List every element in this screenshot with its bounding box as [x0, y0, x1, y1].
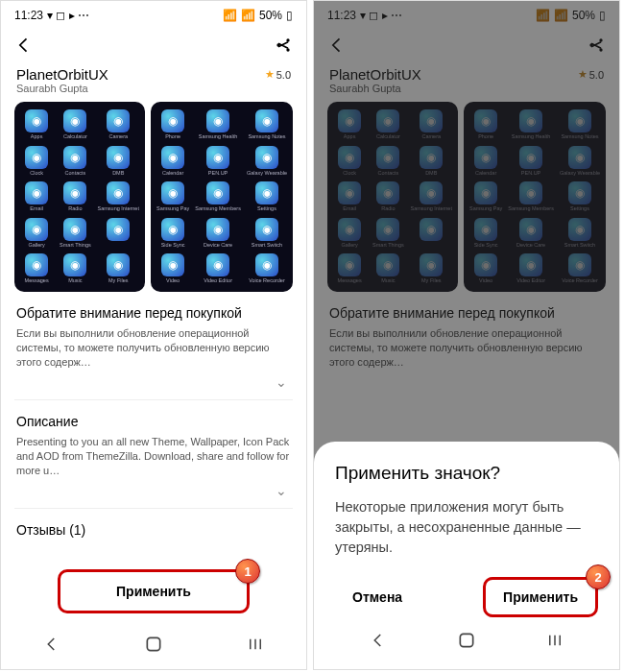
battery-text: 50% — [259, 9, 282, 22]
svg-point-1 — [276, 43, 279, 46]
app-icon: ◉Clock — [20, 146, 53, 177]
app-icon: ◉Radio — [59, 181, 91, 212]
chevron-down-icon[interactable]: ⌄ — [1, 479, 306, 502]
app-icon: ◉Samsung Internet — [98, 181, 139, 212]
rating: ★5.0 — [265, 68, 291, 81]
app-icon: ◉Galaxy Wearable — [247, 146, 287, 177]
app-icon: ◉Samsung Pay — [156, 181, 189, 212]
dialog-body: Некоторые приложения могут быть закрыты,… — [335, 497, 598, 558]
status-bar: 11:23 ▾ ◻ ▸ ⋯ 📶 📶 50% ▯ — [1, 1, 306, 26]
nav-back-icon[interactable] — [43, 636, 60, 657]
app-icon: ◉Camera — [98, 109, 139, 140]
nav-back-icon[interactable] — [370, 632, 387, 653]
app-icon: ◉Music — [59, 253, 91, 284]
svg-point-2 — [286, 48, 289, 51]
app-icon: ◉Samsung Notes — [247, 109, 287, 140]
app-icon: ◉Contacts — [59, 146, 91, 177]
app-icon: ◉Samsung Health — [195, 109, 241, 140]
notice-text: Если вы выполнили обновление операционно… — [1, 326, 306, 371]
app-icon: ◉Apps — [20, 109, 53, 140]
app-icon: ◉My Files — [98, 253, 139, 284]
preview-2[interactable]: ◉Phone◉Samsung Health◉Samsung Notes◉Cale… — [151, 102, 293, 292]
app-icon: ◉Smart Things — [59, 218, 91, 249]
app-icon: ◉Voice Recorder — [247, 253, 287, 284]
badge-2: 2 — [586, 564, 611, 589]
app-icon: ◉DMB — [98, 146, 139, 177]
notice-title: Обратите внимание перед покупкой — [1, 292, 306, 326]
header — [1, 26, 306, 60]
share-icon[interactable] — [274, 36, 293, 55]
battery-icon: ▯ — [286, 9, 293, 22]
confirm-button[interactable]: Применить 2 — [483, 577, 598, 617]
chevron-down-icon[interactable]: ⌄ — [1, 371, 306, 394]
divider — [14, 399, 293, 400]
svg-point-0 — [286, 38, 289, 41]
nav-home-icon[interactable] — [457, 631, 476, 654]
app-icon: ◉Phone — [156, 109, 189, 140]
nav-bar — [1, 625, 306, 669]
apply-button[interactable]: Применить 1 — [58, 569, 250, 613]
phone-right: 11:23 ▾ ◻ ▸ ⋯ 📶 📶 50% ▯ PlanetOrbitUX ★5… — [313, 0, 620, 670]
status-time: 11:23 — [14, 9, 43, 22]
app-icon: ◉Smart Switch — [247, 218, 287, 249]
signal-icon: 📶 — [223, 9, 237, 22]
app-icon: ◉Video — [156, 253, 189, 284]
desc-text: Presenting to you an all new Theme, Wall… — [1, 435, 306, 479]
app-icon: ◉ — [98, 218, 139, 249]
app-icon: ◉Device Care — [195, 218, 241, 249]
star-icon: ★ — [265, 68, 275, 81]
svg-rect-7 — [460, 634, 472, 646]
badge-1: 1 — [235, 559, 260, 584]
app-icon: ◉Samsung Members — [195, 181, 241, 212]
dialog-title: Применить значок? — [335, 463, 598, 484]
back-icon[interactable] — [14, 36, 34, 55]
preview-1[interactable]: ◉Apps◉Calculator◉Camera◉Clock◉Contacts◉D… — [14, 102, 145, 292]
app-icon: ◉PEN.UP — [195, 146, 241, 177]
confirm-dialog: Применить значок? Некоторые приложения м… — [314, 442, 619, 669]
app-icon: ◉Email — [20, 181, 53, 212]
cancel-button[interactable]: Отмена — [335, 580, 420, 614]
desc-title: Описание — [1, 406, 306, 435]
previews: ◉Apps◉Calculator◉Camera◉Clock◉Contacts◉D… — [1, 102, 306, 292]
app-icon: ◉Calendar — [156, 146, 189, 177]
app-icon: ◉Settings — [247, 181, 287, 212]
nav-recents-icon[interactable] — [546, 632, 564, 653]
nav-home-icon[interactable] — [144, 635, 163, 658]
reviews-title: Отзывы (1) — [1, 515, 306, 543]
title-row: PlanetOrbitUX ★5.0 — [1, 60, 306, 83]
svg-rect-3 — [147, 637, 159, 650]
phone-left: 11:23 ▾ ◻ ▸ ⋯ 📶 📶 50% ▯ PlanetOrbitUX ★5… — [0, 0, 307, 670]
app-icon: ◉Video Editor — [195, 253, 241, 284]
nav-bar — [335, 617, 598, 656]
app-icon: ◉Calculator — [59, 109, 91, 140]
wifi-icon: 📶 — [241, 9, 255, 22]
divider — [14, 508, 293, 509]
app-icon: ◉Messages — [20, 253, 53, 284]
author: Saurabh Gupta — [1, 83, 306, 102]
app-title: PlanetOrbitUX — [16, 66, 108, 83]
app-icon: ◉Gallery — [20, 218, 53, 249]
status-icons-left: ▾ ◻ ▸ ⋯ — [47, 9, 89, 22]
nav-recents-icon[interactable] — [247, 636, 264, 657]
app-icon: ◉Side Sync — [156, 218, 189, 249]
